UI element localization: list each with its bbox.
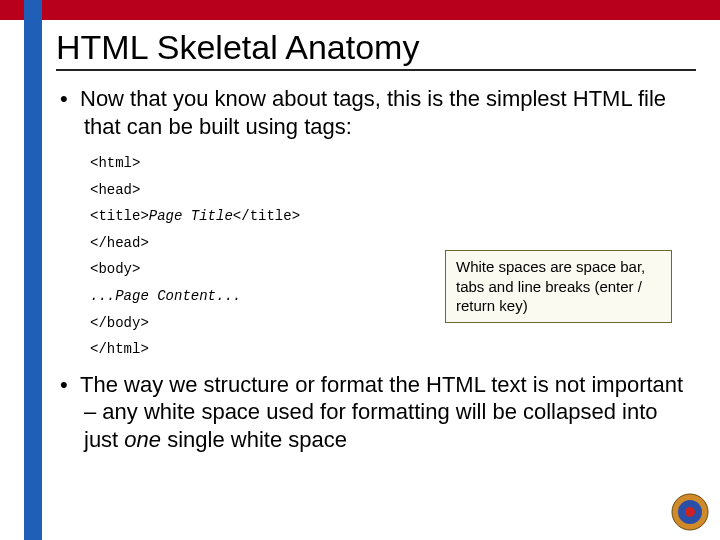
code-line: <title>Page Title</title> xyxy=(90,203,696,230)
bullet-2-text-c: single white space xyxy=(161,427,347,452)
side-blue-band xyxy=(24,0,42,540)
callout-text: White spaces are space bar, tabs and lin… xyxy=(456,258,645,314)
code-line: <html> xyxy=(90,150,696,177)
bullet-1: •Now that you know about tags, this is t… xyxy=(56,85,696,140)
seal-icon xyxy=(670,492,710,532)
header-red-band xyxy=(0,0,720,20)
svg-point-2 xyxy=(685,507,695,517)
code-italic: Page Title xyxy=(149,208,233,224)
bullet-2-text-b: one xyxy=(124,427,161,452)
code-line: <head> xyxy=(90,177,696,204)
bullet-1-text: Now that you know about tags, this is th… xyxy=(80,86,666,139)
bullet-2: •The way we structure or format the HTML… xyxy=(56,371,696,454)
code-tag: </title> xyxy=(233,208,300,224)
page-title: HTML Skeletal Anatomy xyxy=(56,28,696,67)
code-tag: <title> xyxy=(90,208,149,224)
bullet-dot: • xyxy=(60,85,80,113)
slide-content: HTML Skeletal Anatomy •Now that you know… xyxy=(56,24,696,453)
title-divider xyxy=(56,69,696,71)
code-line: </html> xyxy=(90,336,696,363)
bullet-dot: • xyxy=(60,371,80,399)
callout-box: White spaces are space bar, tabs and lin… xyxy=(445,250,672,323)
